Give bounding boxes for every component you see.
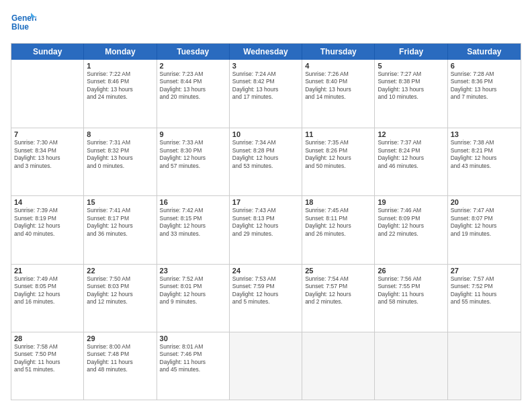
day-info: Sunrise: 7:43 AM Sunset: 8:13 PM Dayligh… [232, 207, 299, 238]
day-number: 22 [87, 267, 153, 275]
calendar-row-5: 28Sunrise: 7:58 AM Sunset: 7:50 PM Dayli… [11, 332, 521, 400]
page: General Blue SundayMondayTuesdayWednesda… [0, 0, 532, 411]
calendar-cell: 18Sunrise: 7:45 AM Sunset: 8:11 PM Dayli… [302, 196, 375, 263]
day-number: 11 [305, 130, 371, 138]
day-number: 2 [160, 62, 226, 70]
day-number: 16 [160, 198, 226, 206]
day-info: Sunrise: 7:33 AM Sunset: 8:30 PM Dayligh… [160, 139, 226, 170]
logo-graphic: General Blue [11, 11, 36, 36]
header-day-monday: Monday [84, 44, 157, 60]
day-info: Sunrise: 7:30 AM Sunset: 8:34 PM Dayligh… [14, 139, 81, 170]
day-number: 19 [378, 198, 444, 206]
day-info: Sunrise: 7:54 AM Sunset: 7:57 PM Dayligh… [305, 275, 371, 306]
calendar-cell: 19Sunrise: 7:46 AM Sunset: 8:09 PM Dayli… [375, 196, 447, 263]
calendar-cell: 20Sunrise: 7:47 AM Sunset: 8:07 PM Dayli… [448, 196, 521, 263]
calendar-cell: 11Sunrise: 7:35 AM Sunset: 8:26 PM Dayli… [302, 128, 375, 195]
day-info: Sunrise: 7:38 AM Sunset: 8:21 PM Dayligh… [451, 139, 518, 170]
calendar-cell: 7Sunrise: 7:30 AM Sunset: 8:34 PM Daylig… [11, 128, 84, 195]
day-number: 15 [87, 198, 153, 206]
header-day-saturday: Saturday [448, 44, 521, 60]
calendar-cell: 10Sunrise: 7:34 AM Sunset: 8:28 PM Dayli… [230, 128, 302, 195]
day-number: 3 [232, 62, 299, 70]
day-number: 29 [87, 334, 153, 342]
day-info: Sunrise: 7:50 AM Sunset: 8:03 PM Dayligh… [87, 275, 153, 306]
calendar-cell: 13Sunrise: 7:38 AM Sunset: 8:21 PM Dayli… [448, 128, 521, 195]
calendar-cell: 23Sunrise: 7:52 AM Sunset: 8:01 PM Dayli… [157, 265, 230, 332]
day-info: Sunrise: 7:31 AM Sunset: 8:32 PM Dayligh… [87, 139, 153, 170]
calendar-body: 1Sunrise: 7:22 AM Sunset: 8:46 PM Daylig… [11, 60, 521, 400]
header-day-thursday: Thursday [302, 44, 375, 60]
day-info: Sunrise: 7:42 AM Sunset: 8:15 PM Dayligh… [160, 207, 226, 238]
day-number: 28 [14, 334, 81, 342]
day-number: 25 [305, 267, 371, 275]
calendar-cell [230, 332, 302, 400]
calendar-cell: 4Sunrise: 7:26 AM Sunset: 8:40 PM Daylig… [302, 60, 375, 128]
day-number: 18 [305, 198, 371, 206]
day-info: Sunrise: 7:27 AM Sunset: 8:38 PM Dayligh… [378, 71, 444, 101]
day-info: Sunrise: 7:56 AM Sunset: 7:55 PM Dayligh… [378, 275, 444, 306]
day-info: Sunrise: 7:58 AM Sunset: 7:50 PM Dayligh… [14, 343, 81, 374]
calendar-cell: 5Sunrise: 7:27 AM Sunset: 8:38 PM Daylig… [375, 60, 447, 128]
calendar-cell [375, 332, 447, 400]
svg-text:Blue: Blue [11, 22, 29, 32]
day-info: Sunrise: 7:28 AM Sunset: 8:36 PM Dayligh… [451, 71, 518, 101]
calendar-cell [302, 332, 375, 400]
day-number: 14 [14, 198, 81, 206]
header-day-sunday: Sunday [11, 44, 84, 60]
calendar-cell: 3Sunrise: 7:24 AM Sunset: 8:42 PM Daylig… [230, 60, 302, 128]
day-number: 7 [14, 130, 81, 138]
day-info: Sunrise: 7:35 AM Sunset: 8:26 PM Dayligh… [305, 139, 371, 170]
calendar-cell: 21Sunrise: 7:49 AM Sunset: 8:05 PM Dayli… [11, 265, 84, 332]
calendar-cell: 28Sunrise: 7:58 AM Sunset: 7:50 PM Dayli… [11, 332, 84, 400]
day-info: Sunrise: 8:01 AM Sunset: 7:46 PM Dayligh… [160, 343, 226, 374]
day-number: 10 [232, 130, 299, 138]
day-info: Sunrise: 7:49 AM Sunset: 8:05 PM Dayligh… [14, 275, 81, 306]
day-number: 24 [232, 267, 299, 275]
calendar-cell: 14Sunrise: 7:39 AM Sunset: 8:19 PM Dayli… [11, 196, 84, 263]
calendar-cell: 16Sunrise: 7:42 AM Sunset: 8:15 PM Dayli… [157, 196, 230, 263]
header-day-friday: Friday [375, 44, 447, 60]
calendar-cell: 9Sunrise: 7:33 AM Sunset: 8:30 PM Daylig… [157, 128, 230, 195]
day-number: 6 [451, 62, 518, 70]
calendar-cell: 15Sunrise: 7:41 AM Sunset: 8:17 PM Dayli… [84, 196, 157, 263]
calendar-cell: 29Sunrise: 8:00 AM Sunset: 7:48 PM Dayli… [84, 332, 157, 400]
calendar-row-2: 7Sunrise: 7:30 AM Sunset: 8:34 PM Daylig… [11, 128, 521, 195]
calendar-cell: 26Sunrise: 7:56 AM Sunset: 7:55 PM Dayli… [375, 265, 447, 332]
logo: General Blue [11, 11, 36, 36]
calendar-cell: 30Sunrise: 8:01 AM Sunset: 7:46 PM Dayli… [157, 332, 230, 400]
header-day-tuesday: Tuesday [157, 44, 230, 60]
header: General Blue [11, 11, 521, 36]
day-info: Sunrise: 7:46 AM Sunset: 8:09 PM Dayligh… [378, 207, 444, 238]
day-number: 17 [232, 198, 299, 206]
day-number: 27 [451, 267, 518, 275]
day-number: 5 [378, 62, 444, 70]
day-info: Sunrise: 7:23 AM Sunset: 8:44 PM Dayligh… [160, 71, 226, 101]
day-number: 9 [160, 130, 226, 138]
calendar-cell: 22Sunrise: 7:50 AM Sunset: 8:03 PM Dayli… [84, 265, 157, 332]
day-info: Sunrise: 8:00 AM Sunset: 7:48 PM Dayligh… [87, 343, 153, 374]
day-info: Sunrise: 7:47 AM Sunset: 8:07 PM Dayligh… [451, 207, 518, 238]
day-info: Sunrise: 7:53 AM Sunset: 7:59 PM Dayligh… [232, 275, 299, 306]
day-info: Sunrise: 7:41 AM Sunset: 8:17 PM Dayligh… [87, 207, 153, 238]
calendar-header: SundayMondayTuesdayWednesdayThursdayFrid… [11, 44, 521, 60]
day-number: 4 [305, 62, 371, 70]
calendar-cell [448, 332, 521, 400]
header-day-wednesday: Wednesday [230, 44, 302, 60]
day-info: Sunrise: 7:34 AM Sunset: 8:28 PM Dayligh… [232, 139, 299, 170]
calendar-row-4: 21Sunrise: 7:49 AM Sunset: 8:05 PM Dayli… [11, 264, 521, 332]
calendar-cell: 25Sunrise: 7:54 AM Sunset: 7:57 PM Dayli… [302, 265, 375, 332]
calendar-cell: 8Sunrise: 7:31 AM Sunset: 8:32 PM Daylig… [84, 128, 157, 195]
day-info: Sunrise: 7:57 AM Sunset: 7:52 PM Dayligh… [451, 275, 518, 306]
calendar-cell: 27Sunrise: 7:57 AM Sunset: 7:52 PM Dayli… [448, 265, 521, 332]
day-info: Sunrise: 7:45 AM Sunset: 8:11 PM Dayligh… [305, 207, 371, 238]
calendar-row-1: 1Sunrise: 7:22 AM Sunset: 8:46 PM Daylig… [11, 60, 521, 128]
calendar-cell: 2Sunrise: 7:23 AM Sunset: 8:44 PM Daylig… [157, 60, 230, 128]
calendar-cell: 24Sunrise: 7:53 AM Sunset: 7:59 PM Dayli… [230, 265, 302, 332]
calendar-cell: 12Sunrise: 7:37 AM Sunset: 8:24 PM Dayli… [375, 128, 447, 195]
day-info: Sunrise: 7:24 AM Sunset: 8:42 PM Dayligh… [232, 71, 299, 101]
calendar: SundayMondayTuesdayWednesdayThursdayFrid… [11, 43, 521, 400]
day-number: 13 [451, 130, 518, 138]
day-number: 20 [451, 198, 518, 206]
day-number: 1 [87, 62, 153, 70]
day-number: 21 [14, 267, 81, 275]
